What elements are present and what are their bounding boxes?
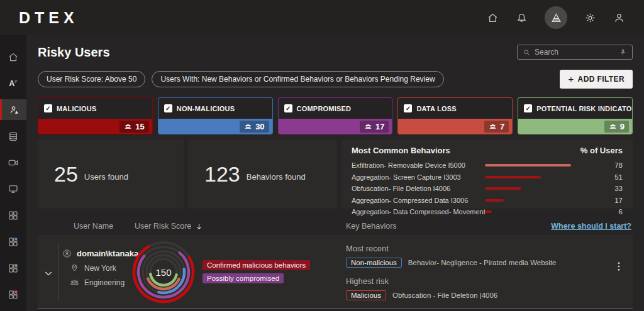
category-card-compromised[interactable]: ✓ COMPROMISED 17 bbox=[278, 97, 393, 134]
user-count-badge: 7 bbox=[484, 121, 509, 133]
users-icon bbox=[124, 123, 132, 131]
users-found-card: 25 Users found bbox=[38, 139, 184, 209]
column-user-name: User Name bbox=[74, 222, 135, 231]
location-pin-icon bbox=[70, 263, 79, 273]
tag-possibly-compromised: Possibly compromised bbox=[203, 273, 284, 283]
behavior-bar-row: Obfuscation- File Deletion I4006 33 bbox=[352, 183, 623, 195]
key-behaviors: Most recent Non-malicious Behavior- Negl… bbox=[346, 244, 557, 309]
most-recent-behavior: Behavior- Negligence - Pirated media Web… bbox=[408, 259, 557, 266]
checkbox-compromised[interactable]: ✓ bbox=[284, 104, 292, 112]
checkbox-non-malicious[interactable]: ✓ bbox=[164, 104, 172, 112]
pyramid-icon[interactable] bbox=[545, 6, 567, 29]
users-icon bbox=[489, 123, 497, 131]
behavior-bar bbox=[485, 210, 492, 213]
category-card-data-loss[interactable]: ✓ DATA LOSS 7 bbox=[397, 97, 513, 134]
behaviors-found-value: 123 bbox=[204, 162, 240, 187]
user-info: domain\ktanaka New York Engineering bbox=[62, 249, 138, 292]
behavior-bar-row: Aggregation- Screen Capture I3003 51 bbox=[352, 172, 623, 183]
filter-chip-risk-score[interactable]: User Risk Score: Above 50 bbox=[38, 71, 145, 87]
sidebar-item-apps-red[interactable] bbox=[0, 284, 26, 305]
left-sidebar: Ai³ bbox=[0, 35, 26, 311]
sidebar-item-endpoints[interactable] bbox=[0, 178, 26, 199]
ai3-icon: Ai³ bbox=[9, 79, 18, 88]
user-count-badge: 17 bbox=[360, 121, 389, 133]
search-box[interactable] bbox=[517, 45, 633, 60]
behavior-bar-row: Exfiltration- Removable Device I5000 78 bbox=[352, 160, 623, 172]
avatar-icon bbox=[62, 249, 72, 258]
table-header: User Name User Risk Score Key Behaviors … bbox=[38, 217, 633, 235]
pin-icon[interactable] bbox=[619, 48, 627, 57]
department-icon bbox=[70, 278, 79, 287]
sidebar-item-apps-green[interactable] bbox=[0, 258, 26, 278]
sidebar-item-recordings[interactable] bbox=[0, 152, 26, 173]
most-recent-label: Most recent bbox=[346, 244, 557, 253]
category-card-malicious[interactable]: ✓ MALICIOUS 15 bbox=[38, 97, 153, 134]
user-row-ktanaka: domain\ktanaka New York Engineering bbox=[38, 235, 633, 308]
sort-desc-icon bbox=[195, 222, 203, 231]
add-filter-button[interactable]: + ADD FILTER bbox=[560, 70, 633, 89]
highest-risk-label: Highest risk bbox=[346, 276, 557, 286]
main-content: Risky Users User Risk Score: Above 50 Us… bbox=[26, 35, 644, 311]
top-bar: DTEX bbox=[0, 0, 644, 35]
monitor-icon bbox=[8, 183, 19, 195]
users-found-value: 25 bbox=[54, 162, 78, 187]
row-divider bbox=[58, 243, 58, 301]
filter-chip-behaviors[interactable]: Users With: New Behaviors or Confirmed B… bbox=[152, 71, 443, 87]
gear-icon[interactable] bbox=[584, 12, 596, 24]
camera-icon bbox=[8, 157, 19, 168]
user-count-badge: 9 bbox=[604, 121, 629, 133]
mcb-value-header: % of Users bbox=[580, 146, 623, 155]
highest-risk-behavior: Obfuscation - File Deletion |4006 bbox=[392, 292, 497, 299]
behavior-bar bbox=[485, 164, 571, 166]
grid-icon bbox=[8, 210, 19, 221]
home-icon[interactable] bbox=[487, 12, 499, 24]
risk-tags: Confirmed malicious behaviors Possibly c… bbox=[203, 260, 310, 283]
category-card-potential-risk-indicators[interactable]: ✓ POTENTIAL RISK INDICATORS 9 bbox=[518, 97, 633, 134]
checkbox-data-loss[interactable]: ✓ bbox=[404, 104, 412, 112]
search-input[interactable] bbox=[535, 48, 615, 57]
bell-icon[interactable] bbox=[516, 12, 528, 24]
search-icon bbox=[523, 48, 531, 57]
grid-red-dot-icon bbox=[8, 289, 19, 300]
risky-users-icon bbox=[9, 104, 20, 116]
user-count-badge: 30 bbox=[240, 121, 269, 133]
tag-confirmed-malicious: Confirmed malicious behaviors bbox=[203, 260, 310, 270]
badge-malicious: Malicious bbox=[346, 290, 386, 300]
behavior-bar bbox=[485, 187, 521, 190]
behavior-bar-row: Aggregation- Data Compressed- Movement..… bbox=[352, 206, 623, 218]
behavior-bar bbox=[485, 199, 504, 202]
checkbox-potential-risk[interactable]: ✓ bbox=[524, 104, 532, 112]
category-cards: ✓ MALICIOUS 15 ✓ NON-MALICIOUS 30 bbox=[38, 97, 633, 134]
behaviors-found-card: 123 Behaviors found bbox=[188, 139, 337, 209]
column-user-risk-score[interactable]: User Risk Score bbox=[135, 222, 346, 231]
risk-score-gauge: 150 bbox=[131, 239, 196, 305]
where-should-i-start-link[interactable]: Where should I start? bbox=[551, 222, 631, 231]
expand-row-chevron-icon[interactable] bbox=[40, 265, 57, 281]
database-icon bbox=[8, 131, 19, 142]
behavior-bar bbox=[485, 176, 541, 178]
page-title: Risky Users bbox=[38, 45, 110, 60]
user-location: New York bbox=[84, 264, 116, 273]
most-common-behaviors-panel: Most Common Behaviors % of Users Exfiltr… bbox=[341, 139, 633, 209]
sidebar-item-apps[interactable] bbox=[0, 205, 26, 226]
sidebar-item-ai3[interactable]: Ai³ bbox=[0, 73, 26, 94]
sidebar-item-data[interactable] bbox=[0, 126, 26, 146]
topbar-icons bbox=[487, 6, 625, 29]
grid-blue-dot-icon bbox=[8, 236, 19, 248]
checkbox-malicious[interactable]: ✓ bbox=[44, 104, 52, 112]
sidebar-item-home[interactable] bbox=[0, 46, 26, 67]
users-icon bbox=[244, 123, 252, 131]
grid-green-dot-icon bbox=[8, 263, 19, 274]
profile-icon[interactable] bbox=[613, 12, 625, 24]
risk-score-value: 150 bbox=[131, 239, 196, 305]
badge-non-malicious: Non-malicious bbox=[346, 258, 402, 268]
users-icon bbox=[609, 123, 617, 131]
users-icon bbox=[364, 123, 372, 131]
row-menu-kebab-icon[interactable]: ⋮ bbox=[614, 264, 624, 269]
mcb-title: Most Common Behaviors bbox=[352, 146, 450, 155]
sidebar-item-apps-blue[interactable] bbox=[0, 231, 26, 252]
user-name[interactable]: domain\ktanaka bbox=[77, 249, 138, 258]
category-card-non-malicious[interactable]: ✓ NON-MALICIOUS 30 bbox=[158, 97, 273, 134]
plus-icon: + bbox=[568, 76, 574, 82]
sidebar-item-risky-users[interactable] bbox=[0, 99, 26, 120]
